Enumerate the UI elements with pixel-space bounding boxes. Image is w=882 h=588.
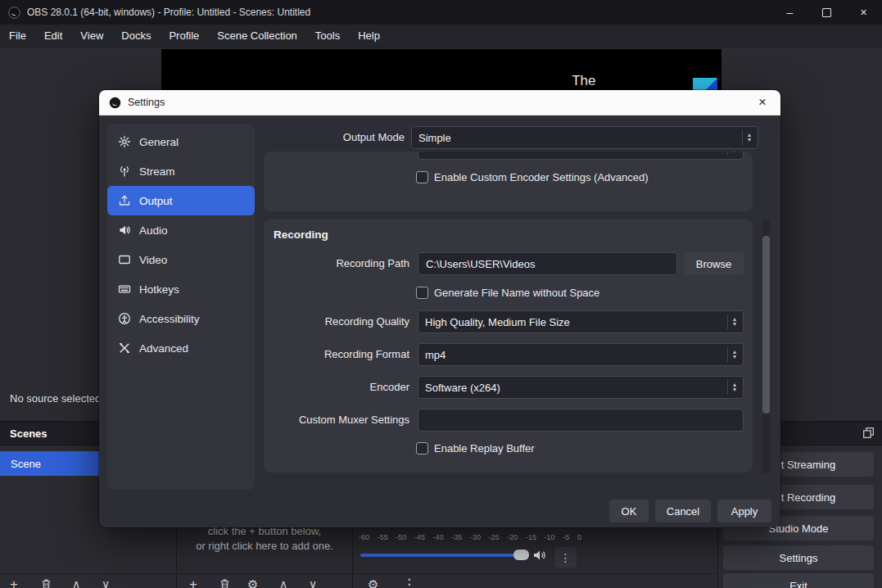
db-label: -35 <box>451 533 462 541</box>
window-titlebar: OBS 28.0.1 (64-bit, windows) - Profile: … <box>0 0 882 25</box>
hotkeys-icon <box>118 283 131 296</box>
settings-nav-accessibility[interactable]: Accessibility <box>107 304 255 333</box>
nav-label: Advanced <box>139 342 188 355</box>
audio-icon <box>118 224 131 237</box>
db-label: -30 <box>470 533 481 541</box>
scene-up-button[interactable]: ∧ <box>72 577 80 588</box>
db-label: -15 <box>526 533 536 541</box>
encoder-select[interactable]: Software (x264) ▴▾ <box>418 376 744 399</box>
db-label: -10 <box>545 533 555 541</box>
menu-item-scene-collection[interactable]: Scene Collection <box>208 25 306 47</box>
settings-nav: General Stream Output Audio Video Hotkey… <box>107 124 255 490</box>
settings-nav-general[interactable]: General <box>107 127 255 156</box>
settings-nav-video[interactable]: Video <box>107 245 255 274</box>
source-up-button[interactable]: ∧ <box>279 577 287 588</box>
settings-dialog: Settings × General Stream Output Audio <box>99 90 780 527</box>
encoder-value: Software (x264) <box>425 382 727 394</box>
video-icon <box>118 253 131 266</box>
custom-encoder-label: Enable Custom Encoder Settings (Advanced… <box>434 171 649 184</box>
ok-button[interactable]: OK <box>609 500 649 522</box>
custom-muxer-input[interactable] <box>418 409 744 432</box>
mixer-kebab-icon[interactable]: ⋮ <box>402 577 416 588</box>
settings-dialog-title: Settings <box>128 97 165 108</box>
minimize-button[interactable]: – <box>771 0 808 25</box>
maximize-button[interactable] <box>808 0 845 25</box>
sources-hint-line2: or right click here to add one. <box>176 540 353 552</box>
db-label: -5 <box>563 533 569 541</box>
menu-item-file[interactable]: File <box>0 25 35 47</box>
recording-path-label: Recording Path <box>272 252 409 275</box>
spinner-icon: ▴▾ <box>727 314 736 329</box>
volume-slider-handle[interactable] <box>513 550 529 560</box>
recording-format-select[interactable]: mp4 ▴▾ <box>418 343 744 366</box>
recording-group: Recording Recording Path Browse Generate… <box>264 219 753 473</box>
source-down-button[interactable]: ∨ <box>309 577 317 588</box>
output-mode-select[interactable]: Simple ▴▾ <box>411 126 758 149</box>
output-icon <box>118 194 131 207</box>
menu-item-edit[interactable]: Edit <box>35 25 71 47</box>
remove-source-button[interactable] <box>219 577 231 588</box>
settings-button[interactable]: Settings <box>723 545 874 570</box>
menu-item-tools[interactable]: Tools <box>306 25 349 47</box>
mixer-options-button[interactable]: ⋮ <box>554 547 577 568</box>
apply-button[interactable]: Apply <box>717 500 771 522</box>
kebab-menu-icon: ⋮ <box>560 551 572 564</box>
maximize-icon <box>822 8 831 17</box>
source-properties-gear-icon[interactable]: ⚙ <box>247 577 258 588</box>
clipped-streaming-field[interactable]: ▴▾ <box>418 152 744 160</box>
menu-item-docks[interactable]: Docks <box>112 25 160 47</box>
recording-path-input[interactable] <box>418 252 677 275</box>
remove-scene-button[interactable] <box>40 577 52 588</box>
scene-down-button[interactable]: ∨ <box>102 577 110 588</box>
cancel-button[interactable]: Cancel <box>655 500 711 522</box>
no-source-label: No source selected <box>10 392 101 405</box>
menu-bar: File Edit View Docks Profile Scene Colle… <box>0 25 882 47</box>
spinner-icon: ▴▾ <box>727 152 736 156</box>
settings-nav-audio[interactable]: Audio <box>107 215 255 245</box>
settings-dialog-icon <box>109 97 121 109</box>
browse-button[interactable]: Browse <box>684 252 744 275</box>
db-label: -20 <box>507 533 518 541</box>
dock-float-icon[interactable] <box>862 426 875 442</box>
add-scene-button[interactable]: + <box>10 577 18 588</box>
db-label: 0 <box>577 533 581 541</box>
streaming-group: ▴▾ Enable Custom Encoder Settings (Advan… <box>264 152 753 211</box>
dock-toolbar-divider <box>0 573 717 574</box>
output-mode-value: Simple <box>418 132 742 144</box>
add-source-button[interactable]: + <box>189 577 197 588</box>
recording-format-value: mp4 <box>425 349 727 361</box>
recording-group-title: Recording <box>274 228 328 241</box>
speaker-icon[interactable] <box>532 549 547 564</box>
settings-nav-advanced[interactable]: Advanced <box>107 333 255 363</box>
recording-quality-select[interactable]: High Quality, Medium File Size ▴▾ <box>418 310 744 333</box>
mixer-gear-icon[interactable]: ⚙ <box>368 577 378 588</box>
settings-nav-output[interactable]: Output <box>107 186 255 215</box>
exit-button[interactable]: Exit <box>723 573 874 588</box>
scenes-dock-title: Scenes <box>10 427 47 440</box>
settings-nav-hotkeys[interactable]: Hotkeys <box>107 274 255 304</box>
encoder-label: Encoder <box>272 376 409 399</box>
db-label: -55 <box>378 533 388 541</box>
close-button[interactable]: × <box>845 0 882 25</box>
db-label: -40 <box>433 533 444 541</box>
obs-main-window: OBS 28.0.1 (64-bit, windows) - Profile: … <box>0 0 882 588</box>
menu-item-profile[interactable]: Profile <box>160 25 208 47</box>
window-title: OBS 28.0.1 (64-bit, windows) - Profile: … <box>27 7 310 18</box>
nav-label: Stream <box>139 165 175 178</box>
filename-space-label: Generate File Name without Space <box>434 287 599 300</box>
advanced-tools-icon <box>118 341 131 355</box>
recording-quality-label: Recording Quality <box>272 310 409 333</box>
spinner-icon: ▴▾ <box>727 380 736 395</box>
replay-buffer-checkbox[interactable] <box>416 442 428 455</box>
dialog-close-button[interactable]: × <box>744 90 780 115</box>
nav-label: General <box>139 136 179 148</box>
db-label: -45 <box>414 533 425 541</box>
menu-item-view[interactable]: View <box>71 25 112 47</box>
volume-db-scale: -60 -55 -50 -45 -40 -35 -30 -25 -20 -15 … <box>359 533 581 541</box>
custom-encoder-checkbox[interactable] <box>416 171 428 183</box>
settings-nav-stream[interactable]: Stream <box>107 156 255 186</box>
menu-item-help[interactable]: Help <box>349 25 389 47</box>
volume-slider[interactable] <box>360 554 529 557</box>
dialog-scrollbar-thumb[interactable] <box>762 236 770 414</box>
filename-space-checkbox[interactable] <box>416 287 428 299</box>
